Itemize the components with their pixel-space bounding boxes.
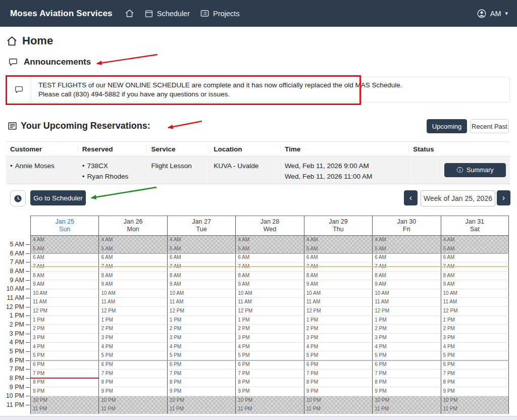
calendar-cell[interactable]: 2 PM xyxy=(167,325,235,334)
calendar-cell[interactable]: 2 PM xyxy=(235,325,303,334)
calendar-cell[interactable]: 7 PM xyxy=(304,370,372,379)
calendar-cell[interactable]: 1 PM xyxy=(167,316,235,325)
calendar-cell[interactable]: 5 PM xyxy=(167,351,235,360)
nav-item-projects[interactable]: Projects xyxy=(200,9,239,18)
calendar-cell[interactable]: 6 PM xyxy=(372,360,440,370)
calendar-cell[interactable]: 6 PM xyxy=(98,360,167,370)
calendar-cell[interactable]: 7 PM xyxy=(235,370,303,379)
calendar-cell[interactable]: 12 PM xyxy=(98,307,167,316)
calendar-cell[interactable]: 2 PM xyxy=(98,325,167,334)
calendar-cell[interactable]: 1 PM xyxy=(98,316,167,325)
calendar-cell[interactable]: 5 AM xyxy=(98,245,167,254)
calendar-cell[interactable]: 11 AM xyxy=(98,298,167,307)
calendar-cell[interactable]: 6 PM xyxy=(30,360,98,370)
calendar-cell[interactable]: 6 AM xyxy=(30,253,98,262)
calendar-cell[interactable]: 3 PM xyxy=(441,334,509,343)
calendar-cell[interactable]: 11 AM xyxy=(235,298,303,307)
week-selector[interactable]: Week of Jan 25, 2026 xyxy=(421,190,495,206)
calendar-cell[interactable]: 10 AM xyxy=(167,289,235,298)
calendar-cell[interactable]: 10 PM xyxy=(30,396,98,405)
calendar-cell[interactable]: 4 AM xyxy=(304,236,372,245)
calendar-cell[interactable]: 9 AM xyxy=(98,280,167,289)
next-week-button[interactable]: › xyxy=(497,190,510,205)
calendar-cell[interactable]: 5 AM xyxy=(304,245,372,254)
calendar-cell[interactable]: 6 AM xyxy=(235,253,303,262)
calendar-cell[interactable]: 8 AM xyxy=(441,272,509,281)
calendar-cell[interactable]: 10 PM xyxy=(304,396,372,405)
calendar-cell[interactable]: 5 AM xyxy=(167,245,235,254)
calendar-cell[interactable]: 11 PM xyxy=(441,405,509,414)
calendar-cell[interactable]: 7 PM xyxy=(167,370,235,379)
calendar-cell[interactable]: 2 PM xyxy=(441,325,509,334)
calendar-cell[interactable]: 10 AM xyxy=(98,289,167,298)
calendar-cell[interactable]: 1 PM xyxy=(30,316,98,325)
calendar-cell[interactable]: 5 PM xyxy=(30,351,98,360)
calendar-cell[interactable]: 8 PM xyxy=(98,378,167,387)
calendar-cell[interactable]: 10 AM xyxy=(372,289,440,298)
calendar-cell[interactable]: 5 PM xyxy=(304,351,372,360)
calendar-cell[interactable]: 9 AM xyxy=(304,280,372,289)
calendar-cell[interactable]: 9 AM xyxy=(30,280,98,289)
calendar-cell[interactable]: 4 AM xyxy=(235,236,303,245)
calendar-cell[interactable]: 12 PM xyxy=(441,307,509,316)
calendar-cell[interactable]: 3 PM xyxy=(30,334,98,343)
go-to-scheduler-button[interactable]: Go to Scheduler xyxy=(30,190,86,205)
calendar-cell[interactable]: 10 AM xyxy=(304,289,372,298)
calendar-cell[interactable]: 6 PM xyxy=(441,360,509,370)
calendar-cell[interactable]: 9 PM xyxy=(98,387,167,396)
calendar-cell[interactable]: 12 PM xyxy=(304,307,372,316)
calendar-cell[interactable]: 6 AM xyxy=(441,253,509,262)
calendar-cell[interactable]: 6 PM xyxy=(167,360,235,370)
calendar-cell[interactable]: 9 PM xyxy=(235,387,303,396)
calendar-cell[interactable]: 6 AM xyxy=(372,253,440,262)
user-menu[interactable]: AM ▾ xyxy=(477,9,508,19)
calendar-cell[interactable]: 4 PM xyxy=(441,343,509,352)
calendar-cell[interactable]: 3 PM xyxy=(98,334,167,343)
calendar-cell[interactable]: 2 PM xyxy=(372,325,440,334)
calendar-cell[interactable]: 8 AM xyxy=(235,272,303,281)
calendar-cell[interactable]: 8 PM xyxy=(304,378,372,387)
calendar-cell[interactable]: 8 AM xyxy=(167,272,235,281)
calendar-cell[interactable]: 5 PM xyxy=(235,351,303,360)
calendar-cell[interactable]: 12 PM xyxy=(30,307,98,316)
calendar-cell[interactable]: 6 PM xyxy=(304,360,372,370)
calendar-cell[interactable]: 8 PM xyxy=(167,378,235,387)
calendar-cell[interactable]: 2 PM xyxy=(30,325,98,334)
calendar-cell[interactable]: 11 PM xyxy=(98,405,167,414)
calendar-cell[interactable]: 12 PM xyxy=(235,307,303,316)
calendar-cell[interactable]: 9 AM xyxy=(441,280,509,289)
calendar-cell[interactable]: 10 AM xyxy=(441,289,509,298)
calendar-cell[interactable]: 10 PM xyxy=(235,396,303,405)
calendar-cell[interactable]: 9 PM xyxy=(30,387,98,396)
calendar-cell[interactable]: 4 PM xyxy=(30,343,98,352)
calendar-cell[interactable]: 11 PM xyxy=(372,405,440,414)
previous-week-button[interactable]: ‹ xyxy=(404,190,418,205)
nav-item-scheduler[interactable]: Scheduler xyxy=(144,9,190,18)
calendar-cell[interactable]: 10 PM xyxy=(98,396,167,405)
calendar-cell[interactable]: 8 AM xyxy=(30,272,98,281)
calendar-cell[interactable]: 8 AM xyxy=(372,272,440,281)
calendar-cell[interactable]: 1 PM xyxy=(235,316,303,325)
calendar-cell[interactable]: 4 AM xyxy=(30,236,98,245)
calendar-cell[interactable]: 8 PM xyxy=(235,378,303,387)
calendar-cell[interactable]: 9 PM xyxy=(441,387,509,396)
calendar-cell[interactable]: 9 PM xyxy=(167,387,235,396)
calendar-cell[interactable]: 7 PM xyxy=(372,370,440,379)
calendar-cell[interactable]: 10 PM xyxy=(167,396,235,405)
calendar-cell[interactable]: 3 PM xyxy=(372,334,440,343)
calendar-cell[interactable]: 5 AM xyxy=(235,245,303,254)
calendar-cell[interactable]: 9 AM xyxy=(167,280,235,289)
calendar-cell[interactable]: 5 PM xyxy=(98,351,167,360)
calendar-cell[interactable]: 11 PM xyxy=(167,405,235,414)
calendar-cell[interactable]: 6 AM xyxy=(167,253,235,262)
calendar-cell[interactable]: 11 PM xyxy=(235,405,303,414)
calendar-cell[interactable]: 12 PM xyxy=(372,307,440,316)
calendar-cell[interactable]: 12 PM xyxy=(167,307,235,316)
summary-button[interactable]: ⓘ Summary xyxy=(444,163,506,177)
calendar-cell[interactable]: 11 AM xyxy=(304,298,372,307)
calendar-cell[interactable]: 1 PM xyxy=(441,316,509,325)
calendar-cell[interactable]: 11 AM xyxy=(372,298,440,307)
calendar-cell[interactable]: 3 PM xyxy=(235,334,303,343)
brand-title[interactable]: Moses Aviation Services xyxy=(10,9,113,19)
calendar-cell[interactable]: 8 PM xyxy=(372,378,440,387)
